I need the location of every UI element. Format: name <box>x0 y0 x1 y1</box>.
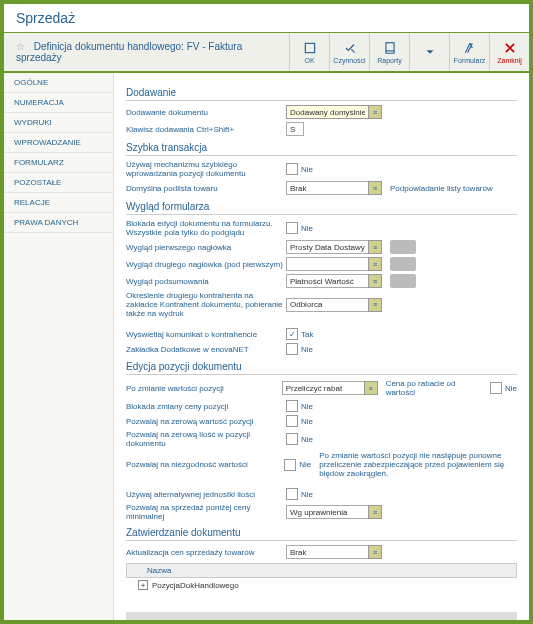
section-wyglad: Wygląd formularza <box>126 201 517 215</box>
sidebar-item-formularz[interactable]: FORMULARZ <box>4 153 113 173</box>
section-edycja: Edycja pozycji dokumentu <box>126 361 517 375</box>
dropdown-icon[interactable]: ≡ <box>368 298 382 312</box>
star-icon: ☆ <box>16 41 25 52</box>
label: Pozwalaj na zerową ilość w pozycji dokum… <box>126 430 286 448</box>
chk-label: Nie <box>301 165 313 174</box>
checkbox[interactable] <box>284 459 296 471</box>
podlista-input[interactable] <box>286 181 368 195</box>
pozmianie-input[interactable] <box>282 381 364 395</box>
stub-button[interactable] <box>390 257 416 271</box>
subtitle: ☆ Definicja dokumentu handlowego: FV - F… <box>4 33 289 71</box>
checkbox[interactable] <box>286 163 298 175</box>
dropdown-icon[interactable]: ≡ <box>368 181 382 195</box>
klawisz-input[interactable] <box>286 122 304 136</box>
ok-button[interactable]: OK <box>289 34 329 70</box>
section-zatw: Zatwierdzanie dokumentu <box>126 527 517 541</box>
sidebar-item-relacje[interactable]: RELACJE <box>4 193 113 213</box>
checkbox[interactable] <box>286 222 298 234</box>
checkbox[interactable] <box>286 328 298 340</box>
checkbox[interactable] <box>286 488 298 500</box>
czynnosci-button[interactable]: Czynności <box>329 34 369 70</box>
close-button[interactable]: Zamknij <box>489 34 529 70</box>
checkbox[interactable] <box>286 400 298 412</box>
label: Dodawanie dokumentu <box>126 108 286 117</box>
checkbox[interactable] <box>286 433 298 445</box>
label: Używaj alternatywnej jednostki ilości <box>126 490 286 499</box>
label: Blokada edycji dokumentu na formularzu. … <box>126 219 286 237</box>
dropdown-icon[interactable]: ≡ <box>368 240 382 254</box>
section-dodawanie: Dodawanie <box>126 87 517 101</box>
label: Cena po rabacie od wartości <box>386 379 485 397</box>
naglowek1-input[interactable] <box>286 240 368 254</box>
sidebar-item-ogolne[interactable]: OGÓLNE <box>4 73 113 93</box>
svg-rect-0 <box>305 43 314 52</box>
checkbox[interactable] <box>286 343 298 355</box>
page-title: Sprzedaż <box>4 4 529 32</box>
dropdown-icon[interactable]: ≡ <box>368 545 382 559</box>
sidebar-item-wydruki[interactable]: WYDRUKI <box>4 113 113 133</box>
label: Zakładka Dodatkowe w enovaNET <box>126 345 286 354</box>
dropdown-icon[interactable]: ≡ <box>364 381 378 395</box>
kontrahent2-input[interactable] <box>286 298 368 312</box>
main-panel: Dodawanie Dodawanie dokumentu ≡ Klawisz … <box>114 73 529 624</box>
dropdown-icon[interactable]: ≡ <box>368 274 382 288</box>
dropdown-icon[interactable]: ≡ <box>368 505 382 519</box>
stub-button[interactable] <box>390 274 416 288</box>
help-text: Po zmianie wartości pozycji nie następuj… <box>319 451 517 478</box>
label: Blokada zmiany ceny pozycji <box>126 402 286 411</box>
label: Wygląd pierwszego nagłówka <box>126 243 286 252</box>
sidebar-item-wprowadzanie[interactable]: WPROWADZANIE <box>4 133 113 153</box>
raporty-button[interactable]: Raporty <box>369 34 409 70</box>
label: Używaj mechanizmu szybkiego wprowadzania… <box>126 160 286 178</box>
label: Klawisz dodawania Ctrl+Shift+ <box>126 125 286 134</box>
sidebar-item-pozostale[interactable]: POZOSTAŁE <box>4 173 113 193</box>
label: Wygląd podsumowania <box>126 277 286 286</box>
stub-button[interactable] <box>390 240 416 254</box>
label: Aktualizacja cen sprzedaży towarów <box>126 548 286 557</box>
tree-row[interactable]: + PozycjaDokHandlowego <box>126 578 517 592</box>
sidebar-item-numeracja[interactable]: NUMERACJA <box>4 93 113 113</box>
aktualizacja-input[interactable] <box>286 545 368 559</box>
formularz-button[interactable]: Formularz <box>449 34 489 70</box>
label: Pozwalaj na zerową wartość pozycji <box>126 417 286 426</box>
sidebar: OGÓLNE NUMERACJA WYDRUKI WPROWADZANIE FO… <box>4 73 114 624</box>
divider <box>126 612 517 624</box>
raporty-dropdown[interactable] <box>409 34 449 70</box>
cenamin-input[interactable] <box>286 505 368 519</box>
expand-icon[interactable]: + <box>138 580 148 590</box>
podsumowanie-input[interactable] <box>286 274 368 288</box>
label: Wygląd drugiego nagłówka (pod pierwszym) <box>126 260 286 269</box>
label: Domyślna podlista towaru <box>126 184 286 193</box>
dropdown-icon[interactable]: ≡ <box>368 105 382 119</box>
label: Po zmianie wartości pozycji <box>126 384 282 393</box>
label: Pozwalaj na sprzedaż poniżej ceny minima… <box>126 503 286 521</box>
link[interactable]: Podpowiadanie listy towarów <box>390 184 493 193</box>
dodawanie-input[interactable] <box>286 105 368 119</box>
dropdown-icon[interactable]: ≡ <box>368 257 382 271</box>
section-szybka: Szybka transakcja <box>126 142 517 156</box>
label: Wyświetlaj komunikat o kontrahencie <box>126 330 286 339</box>
label: Określenie drugiego kontrahenta na zakła… <box>126 291 286 318</box>
checkbox[interactable] <box>286 415 298 427</box>
label: Pozwalaj na niezgodność wartości <box>126 460 284 469</box>
svg-rect-1 <box>385 42 393 50</box>
tree-header: Nazwa <box>126 563 517 578</box>
naglowek2-input[interactable] <box>286 257 368 271</box>
checkbox[interactable] <box>490 382 502 394</box>
sidebar-item-prawa[interactable]: PRAWA DANYCH <box>4 213 113 233</box>
